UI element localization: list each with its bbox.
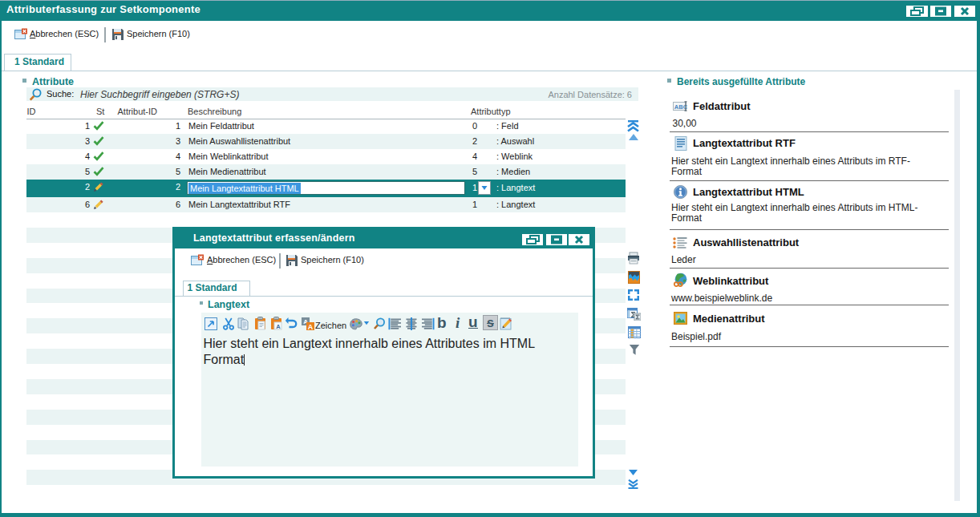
- svg-text:A: A: [308, 323, 314, 330]
- svg-text:A: A: [276, 323, 281, 330]
